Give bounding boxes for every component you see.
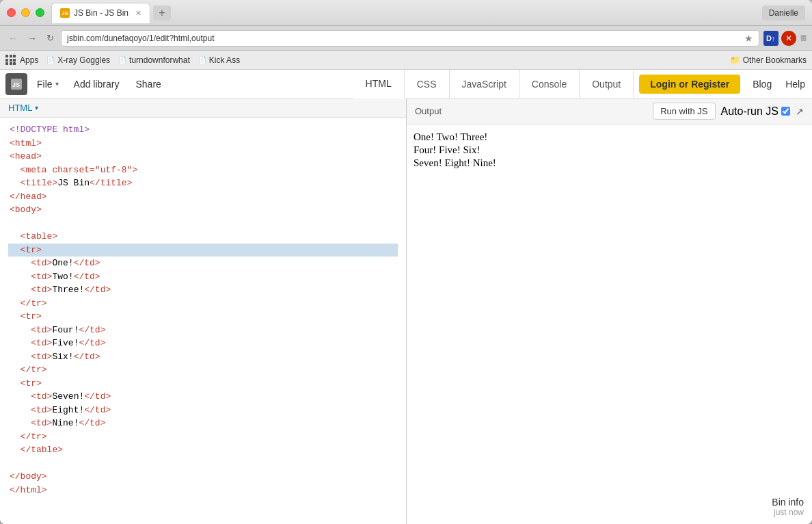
file-menu[interactable]: File ▾ xyxy=(30,79,66,90)
output-panel: Output Run with JS Auto-run JS ↗ One! Tw… xyxy=(407,99,812,524)
code-line-20: <td>Seven!</td> xyxy=(8,390,398,404)
code-line-15: <td>Four!</td> xyxy=(8,324,398,337)
code-line-1: <html> xyxy=(8,137,398,150)
bookmark-turndown[interactable]: 📄 turndownforwhat xyxy=(118,55,190,65)
tab-html[interactable]: HTML xyxy=(353,70,405,99)
apps-label: Apps xyxy=(20,55,38,65)
bookmark-file-icon-2: 📄 xyxy=(118,56,126,64)
back-button[interactable]: ← xyxy=(5,31,21,45)
titlebar: JS JS Bin - JS Bin ✕ + Danielle xyxy=(0,0,812,26)
output-content: One! Two! Three! Four! Five! Six! Seven!… xyxy=(407,125,812,524)
share-button[interactable]: Share xyxy=(127,79,169,90)
code-line-3: <meta charset="utf-8"> xyxy=(8,163,398,177)
code-line-16: <td>Five!</td> xyxy=(8,337,398,350)
code-line-10: <td>One!</td> xyxy=(8,257,398,270)
bookmark-turndown-label: turndownforwhat xyxy=(129,55,190,65)
tab-favicon: JS xyxy=(60,8,70,18)
bookmark-star-icon[interactable]: ★ xyxy=(744,33,753,44)
editor-area: HTML ▾ <!DOCTYPE html><html><head> <meta… xyxy=(0,99,812,524)
extension-d-icon[interactable]: D↑ xyxy=(763,31,779,46)
browser-window: JS JS Bin - JS Bin ✕ + Danielle ← → ↻ js… xyxy=(0,0,812,524)
expand-icon[interactable]: ↗ xyxy=(796,106,804,117)
bookmark-apps[interactable]: Apps xyxy=(5,55,38,65)
code-line-18: </tr> xyxy=(8,363,398,377)
address-bar: ← → ↻ jsbin.com/dunefaqoyo/1/edit?html,o… xyxy=(0,26,812,51)
file-caret-icon: ▾ xyxy=(55,80,59,88)
jsbin-logo-icon: JS xyxy=(10,77,23,91)
tab-close-icon[interactable]: ✕ xyxy=(135,9,141,18)
code-panel-header[interactable]: HTML ▾ xyxy=(0,99,406,118)
window-buttons xyxy=(7,8,44,17)
tab-title: JS Bin - JS Bin xyxy=(74,8,128,18)
bin-info-area[interactable]: Bin info just now xyxy=(772,497,804,517)
svg-text:JS: JS xyxy=(12,81,20,88)
maximize-button[interactable] xyxy=(36,8,44,17)
bookmark-kickass-label: Kick Ass xyxy=(209,55,240,65)
jsbin-logo: JS xyxy=(5,73,27,95)
code-line-19: <tr> xyxy=(8,377,398,391)
code-line-8: <table> xyxy=(8,230,398,244)
html-panel-label: HTML xyxy=(8,103,32,113)
code-line-5: </head> xyxy=(8,190,398,204)
code-line-13: </tr> xyxy=(8,297,398,311)
bookmark-xray-label: X-ray Goggles xyxy=(57,55,110,65)
other-bookmarks[interactable]: 📁 Other Bookmarks xyxy=(730,55,807,65)
file-label: File xyxy=(37,79,53,90)
folder-icon: 📁 xyxy=(730,55,740,65)
apps-grid-icon xyxy=(5,55,16,65)
tab-output[interactable]: Output xyxy=(580,70,634,99)
bookmark-xray[interactable]: 📄 X-ray Goggles xyxy=(46,55,110,65)
code-line-0: <!DOCTYPE html> xyxy=(8,123,398,137)
code-line-25 xyxy=(8,457,398,471)
bin-info-title: Bin info xyxy=(772,497,804,508)
tab-console[interactable]: Console xyxy=(519,70,580,99)
code-line-14: <tr> xyxy=(8,310,398,324)
code-line-4: <title>JS Bin</title> xyxy=(8,176,398,190)
reload-button[interactable]: ↻ xyxy=(44,31,57,44)
login-button[interactable]: Login or Register xyxy=(639,75,740,94)
code-line-12: <td>Three!</td> xyxy=(8,283,398,297)
code-line-26: </body> xyxy=(8,470,398,484)
code-line-27: </html> xyxy=(8,484,398,497)
help-button[interactable]: Help xyxy=(779,79,812,90)
output-header: Output Run with JS Auto-run JS ↗ xyxy=(407,99,812,125)
autorun-checkbox[interactable] xyxy=(781,107,790,116)
blog-button[interactable]: Blog xyxy=(746,79,779,90)
code-line-7 xyxy=(8,217,398,231)
active-tab[interactable]: JS JS Bin - JS Bin ✕ xyxy=(51,3,150,23)
tab-css[interactable]: CSS xyxy=(405,70,450,99)
bookmark-kickass[interactable]: 📄 Kick Ass xyxy=(198,55,240,65)
bookmark-file-icon: 📄 xyxy=(46,56,55,64)
panel-header-caret-icon: ▾ xyxy=(35,104,38,112)
code-line-17: <td>Six!</td> xyxy=(8,350,398,364)
user-button[interactable]: Danielle xyxy=(762,5,805,21)
browser-menu-icon[interactable]: ≡ xyxy=(800,32,807,44)
autorun-text: Auto-run JS xyxy=(721,105,779,118)
code-line-9: <tr> xyxy=(8,244,398,257)
bookmark-file-icon-3: 📄 xyxy=(198,56,206,64)
output-row-3: Seven! Eight! Nine! xyxy=(414,157,805,169)
other-bookmarks-label: Other Bookmarks xyxy=(743,55,807,65)
code-line-21: <td>Eight!</td> xyxy=(8,404,398,417)
forward-button[interactable]: → xyxy=(25,31,40,45)
autorun-label: Auto-run JS xyxy=(721,105,790,118)
run-button[interactable]: Run with JS xyxy=(653,103,715,120)
jsbin-toolbar: JS File ▾ Add library Share HTML CSS Jav… xyxy=(0,70,812,99)
output-row-2: Four! Five! Six! xyxy=(414,144,805,156)
add-library-button[interactable]: Add library xyxy=(66,79,128,90)
url-bar[interactable]: jsbin.com/dunefaqoyo/1/edit?html,output … xyxy=(61,30,759,47)
code-line-2: <head> xyxy=(8,150,398,163)
code-line-23: </tr> xyxy=(8,430,398,444)
tab-bar: JS JS Bin - JS Bin ✕ + xyxy=(51,3,762,23)
new-tab-button[interactable]: + xyxy=(153,5,171,21)
output-row-1: One! Two! Three! xyxy=(414,131,805,143)
minimize-button[interactable] xyxy=(21,8,30,17)
code-line-11: <td>Two!</td> xyxy=(8,270,398,284)
extension-red-icon[interactable]: ✕ xyxy=(781,31,796,46)
close-button[interactable] xyxy=(7,8,16,17)
code-editor[interactable]: <!DOCTYPE html><html><head> <meta charse… xyxy=(0,118,406,524)
tab-javascript[interactable]: JavaScript xyxy=(450,70,519,99)
bin-info-time: just now xyxy=(772,508,804,517)
output-label: Output xyxy=(415,106,647,116)
url-text: jsbin.com/dunefaqoyo/1/edit?html,output xyxy=(67,34,742,43)
